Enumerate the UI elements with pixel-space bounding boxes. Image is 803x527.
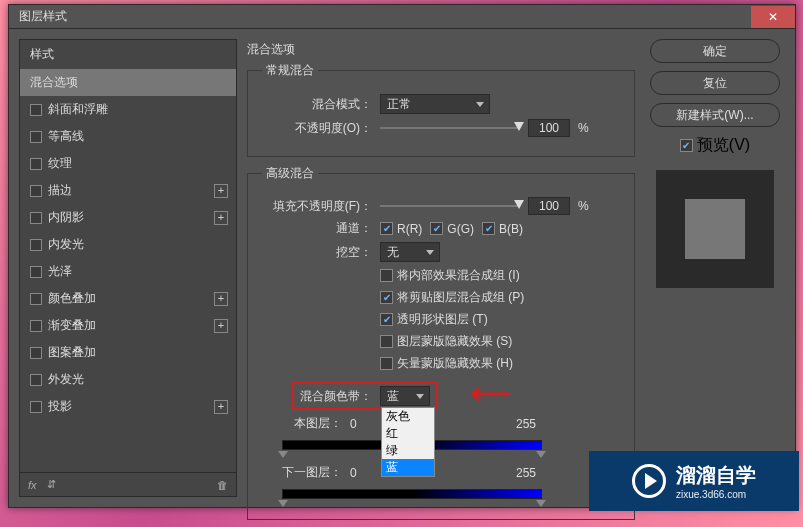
opacity-input[interactable] [528, 119, 570, 137]
sidebar-item[interactable]: 外发光 [20, 366, 236, 393]
sidebar-item-label: 外发光 [48, 371, 84, 388]
this-layer-label: 本图层： [262, 415, 342, 432]
layer-mask-hides-checkbox[interactable]: 图层蒙版隐藏效果 (S) [380, 333, 512, 350]
sidebar-item-label: 图案叠加 [48, 344, 96, 361]
sidebar-item[interactable]: 渐变叠加+ [20, 312, 236, 339]
watermark-url: zixue.3d66.com [676, 489, 756, 500]
titlebar: 图层样式 ✕ [9, 5, 795, 29]
add-icon[interactable]: + [214, 319, 228, 333]
sidebar-item-label: 内发光 [48, 236, 84, 253]
general-legend: 常规混合 [262, 62, 318, 79]
this-high-value: 255 [516, 417, 536, 431]
advanced-legend: 高级混合 [262, 165, 318, 182]
close-button[interactable]: ✕ [751, 6, 795, 28]
dropdown-option-gray[interactable]: 灰色 [382, 408, 434, 425]
style-checkbox[interactable] [30, 320, 42, 332]
sidebar-item[interactable]: 图案叠加 [20, 339, 236, 366]
blend-clipped-checkbox[interactable]: 将剪贴图层混合成组 (P) [380, 289, 524, 306]
under-layer-label: 下一图层： [262, 464, 342, 481]
trash-icon[interactable]: 🗑 [217, 479, 228, 491]
style-checkbox[interactable] [30, 293, 42, 305]
add-icon[interactable]: + [214, 400, 228, 414]
blend-if-select[interactable]: 蓝 灰色 红 绿 蓝 [380, 386, 430, 406]
sidebar-item[interactable]: 内阴影+ [20, 204, 236, 231]
this-low-value: 0 [350, 417, 380, 431]
add-icon[interactable]: + [214, 184, 228, 198]
preview-checkbox[interactable]: 预览(V) [680, 135, 750, 156]
knockout-select[interactable]: 无 [380, 242, 440, 262]
style-checkbox[interactable] [30, 158, 42, 170]
watermark: 溜溜自学 zixue.3d66.com [589, 451, 799, 511]
channel-r-checkbox[interactable]: R(R) [380, 222, 422, 236]
blend-if-highlight: 混合颜色带： 蓝 灰色 红 绿 蓝 [292, 382, 438, 410]
watermark-title: 溜溜自学 [676, 462, 756, 489]
sidebar-item-label: 颜色叠加 [48, 290, 96, 307]
fill-opacity-slider[interactable] [380, 199, 520, 213]
vector-mask-hides-checkbox[interactable]: 矢量蒙版隐藏效果 (H) [380, 355, 513, 372]
dropdown-option-red[interactable]: 红 [382, 425, 434, 442]
add-icon[interactable]: + [214, 292, 228, 306]
channels-label: 通道： [262, 220, 372, 237]
general-blending-group: 常规混合 混合模式： 正常 不透明度(O)： % [247, 62, 635, 157]
sidebar-item-label: 混合选项 [30, 74, 78, 91]
sidebar-item-label: 光泽 [48, 263, 72, 280]
style-checkbox[interactable] [30, 239, 42, 251]
blend-mode-select[interactable]: 正常 [380, 94, 490, 114]
under-high-value: 255 [516, 466, 536, 480]
sidebar-header: 样式 [20, 40, 236, 69]
sidebar-item-label: 等高线 [48, 128, 84, 145]
main-panel: 混合选项 常规混合 混合模式： 正常 不透明度(O)： % 高级混合 [247, 39, 635, 497]
under-layer-gradient[interactable] [282, 483, 542, 505]
sidebar-item-label: 渐变叠加 [48, 317, 96, 334]
blend-if-dropdown[interactable]: 灰色 红 绿 蓝 [381, 407, 435, 477]
advanced-blending-group: 高级混合 填充不透明度(F)： % 通道： R(R) G(G) B(B) 挖空 [247, 165, 635, 520]
style-checkbox[interactable] [30, 185, 42, 197]
blend-interior-checkbox[interactable]: 将内部效果混合成组 (I) [380, 267, 520, 284]
sidebar-item-label: 投影 [48, 398, 72, 415]
sidebar-item[interactable]: 颜色叠加+ [20, 285, 236, 312]
sidebar-item[interactable]: 投影+ [20, 393, 236, 420]
style-checkbox[interactable] [30, 374, 42, 386]
add-icon[interactable]: + [214, 211, 228, 225]
sidebar-item-label: 纹理 [48, 155, 72, 172]
sidebar-item[interactable]: 内发光 [20, 231, 236, 258]
fill-unit: % [578, 199, 589, 213]
style-checkbox[interactable] [30, 347, 42, 359]
dropdown-option-blue[interactable]: 蓝 [382, 459, 434, 476]
fill-opacity-input[interactable] [528, 197, 570, 215]
style-checkbox[interactable] [30, 104, 42, 116]
play-icon [632, 464, 666, 498]
new-style-button[interactable]: 新建样式(W)... [650, 103, 780, 127]
channel-b-checkbox[interactable]: B(B) [482, 222, 523, 236]
fx-icon[interactable]: fx [28, 479, 37, 491]
opacity-slider[interactable] [380, 121, 520, 135]
under-low-value: 0 [350, 466, 380, 480]
blend-if-label: 混合颜色带： [300, 388, 372, 405]
sidebar-item[interactable]: 斜面和浮雕 [20, 96, 236, 123]
sidebar-item[interactable]: 光泽 [20, 258, 236, 285]
sidebar-item-label: 内阴影 [48, 209, 84, 226]
blend-mode-label: 混合模式： [262, 96, 372, 113]
fill-opacity-label: 填充不透明度(F)： [262, 198, 372, 215]
dropdown-option-green[interactable]: 绿 [382, 442, 434, 459]
style-checkbox[interactable] [30, 266, 42, 278]
style-checkbox[interactable] [30, 131, 42, 143]
ok-button[interactable]: 确定 [650, 39, 780, 63]
knockout-label: 挖空： [262, 244, 372, 261]
sidebar-item-blending-options[interactable]: 混合选项 [20, 69, 236, 96]
sidebar-item-label: 斜面和浮雕 [48, 101, 108, 118]
dialog-window: 图层样式 ✕ 样式 混合选项 斜面和浮雕等高线纹理描边+内阴影+内发光光泽颜色叠… [8, 4, 796, 508]
sidebar-item[interactable]: 等高线 [20, 123, 236, 150]
sidebar-item[interactable]: 描边+ [20, 177, 236, 204]
style-checkbox[interactable] [30, 401, 42, 413]
channel-g-checkbox[interactable]: G(G) [430, 222, 474, 236]
opacity-label: 不透明度(O)： [262, 120, 372, 137]
style-checkbox[interactable] [30, 212, 42, 224]
up-down-icon[interactable]: ⇵ [47, 478, 56, 491]
window-title: 图层样式 [9, 8, 67, 25]
sidebar-item[interactable]: 纹理 [20, 150, 236, 177]
main-title: 混合选项 [247, 41, 635, 58]
cancel-button[interactable]: 复位 [650, 71, 780, 95]
content: 样式 混合选项 斜面和浮雕等高线纹理描边+内阴影+内发光光泽颜色叠加+渐变叠加+… [9, 29, 795, 507]
transparency-shapes-checkbox[interactable]: 透明形状图层 (T) [380, 311, 488, 328]
